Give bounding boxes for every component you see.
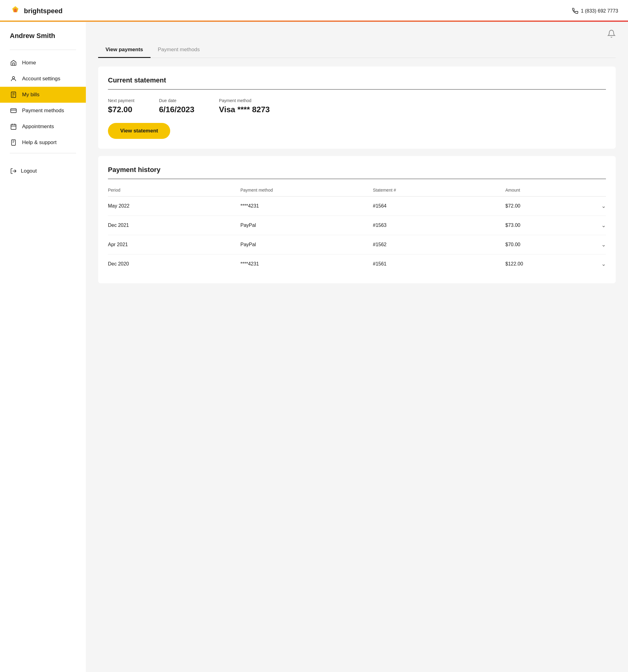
notification-bar — [98, 29, 616, 38]
payment-method-value: Visa **** 8273 — [219, 105, 270, 114]
logout-label: Logout — [21, 168, 37, 174]
svg-rect-5 — [11, 109, 16, 113]
col-period: Period — [108, 188, 240, 193]
table-row: May 2022 ****4231 #1564 $72.00 ⌄ — [108, 196, 606, 216]
row-period: Dec 2020 — [108, 261, 240, 267]
sidebar-item-my-bills[interactable]: My bills — [0, 87, 86, 103]
tab-payment-methods[interactable]: Payment methods — [150, 43, 207, 58]
due-date-field: Due date 6/16/2023 — [159, 98, 194, 114]
current-statement-divider — [108, 89, 606, 90]
payment-methods-icon — [10, 107, 17, 114]
row-method: PayPal — [240, 242, 373, 247]
tab-view-payments[interactable]: View payments — [98, 43, 150, 58]
payment-history-table: Period Payment method Statement # Amount… — [108, 188, 606, 273]
sidebar-item-appointments[interactable]: Appointments — [0, 119, 86, 135]
expand-row-0-button[interactable]: ⌄ — [594, 202, 606, 209]
row-method: PayPal — [240, 222, 373, 228]
tabs-bar: View payments Payment methods — [98, 43, 616, 58]
logo-icon — [10, 5, 21, 17]
svg-point-3 — [12, 77, 15, 79]
col-expand — [594, 188, 606, 193]
sidebar-user-name: Andrew Smith — [0, 32, 86, 47]
logout-icon — [10, 167, 17, 175]
expand-row-3-button[interactable]: ⌄ — [594, 261, 606, 267]
phone-icon — [572, 8, 578, 14]
view-statement-button[interactable]: View statement — [108, 123, 170, 139]
brand-name: brightspeed — [24, 7, 63, 15]
main-content: View payments Payment methods Current st… — [86, 22, 628, 672]
expand-row-1-button[interactable]: ⌄ — [594, 222, 606, 229]
col-statement: Statement # — [373, 188, 505, 193]
sidebar-home-label: Home — [22, 60, 36, 66]
sidebar-nav: Home Account settings — [0, 55, 86, 150]
sidebar-divider — [10, 50, 76, 50]
next-payment-field: Next payment $72.00 — [108, 98, 134, 114]
sidebar-my-bills-label: My bills — [22, 92, 40, 98]
payment-history-divider — [108, 179, 606, 179]
sidebar: Andrew Smith Home — [0, 22, 86, 672]
appointments-icon — [10, 123, 17, 130]
table-header: Period Payment method Statement # Amount — [108, 188, 606, 196]
statement-grid: Next payment $72.00 Due date 6/16/2023 P… — [108, 98, 606, 114]
next-payment-value: $72.00 — [108, 105, 134, 114]
bell-icon — [607, 29, 616, 38]
table-row: Apr 2021 PayPal #1562 $70.00 ⌄ — [108, 235, 606, 255]
expand-row-2-button[interactable]: ⌄ — [594, 241, 606, 248]
row-amount: $70.00 — [505, 242, 594, 247]
sidebar-item-home[interactable]: Home — [0, 55, 86, 71]
logout-button[interactable]: Logout — [0, 163, 86, 179]
sidebar-help-label: Help & support — [22, 140, 56, 146]
payment-history-card: Payment history Period Payment method St… — [98, 156, 616, 283]
sidebar-item-payment-methods[interactable]: Payment methods — [0, 103, 86, 119]
row-statement: #1562 — [373, 242, 505, 247]
notification-bell-button[interactable] — [607, 29, 616, 38]
current-statement-title: Current statement — [108, 76, 606, 84]
sidebar-appointments-label: Appointments — [22, 123, 54, 130]
bills-icon — [10, 91, 17, 98]
row-period: Dec 2021 — [108, 222, 240, 228]
row-method: ****4231 — [240, 261, 373, 267]
due-date-value: 6/16/2023 — [159, 105, 194, 114]
table-row: Dec 2020 ****4231 #1561 $122.00 ⌄ — [108, 255, 606, 273]
sidebar-item-help-support[interactable]: Help & support — [0, 135, 86, 150]
table-row: Dec 2021 PayPal #1563 $73.00 ⌄ — [108, 216, 606, 235]
help-icon — [10, 139, 17, 146]
next-payment-label: Next payment — [108, 98, 134, 103]
logo: brightspeed — [10, 5, 63, 17]
home-icon — [10, 59, 17, 67]
col-method: Payment method — [240, 188, 373, 193]
row-amount: $122.00 — [505, 261, 594, 267]
row-period: May 2022 — [108, 203, 240, 209]
sidebar-account-settings-label: Account settings — [22, 76, 61, 82]
payment-method-label: Payment method — [219, 98, 270, 103]
phone-number: 1 (833) 692 7773 — [581, 8, 618, 14]
row-statement: #1561 — [373, 261, 505, 267]
row-period: Apr 2021 — [108, 242, 240, 247]
due-date-label: Due date — [159, 98, 194, 103]
row-amount: $72.00 — [505, 203, 594, 209]
sidebar-payment-methods-label: Payment methods — [22, 107, 64, 114]
payment-history-title: Payment history — [108, 166, 606, 174]
header: brightspeed 1 (833) 692 7773 — [0, 0, 628, 22]
header-phone: 1 (833) 692 7773 — [572, 8, 618, 14]
row-statement: #1564 — [373, 203, 505, 209]
svg-rect-6 — [11, 124, 16, 130]
current-statement-card: Current statement Next payment $72.00 Du… — [98, 67, 616, 149]
payment-method-field: Payment method Visa **** 8273 — [219, 98, 270, 114]
col-amount: Amount — [505, 188, 594, 193]
sidebar-bottom: Logout — [0, 163, 86, 179]
row-method: ****4231 — [240, 203, 373, 209]
row-amount: $73.00 — [505, 222, 594, 228]
account-icon — [10, 75, 17, 82]
sidebar-item-account-settings[interactable]: Account settings — [0, 71, 86, 87]
row-statement: #1563 — [373, 222, 505, 228]
